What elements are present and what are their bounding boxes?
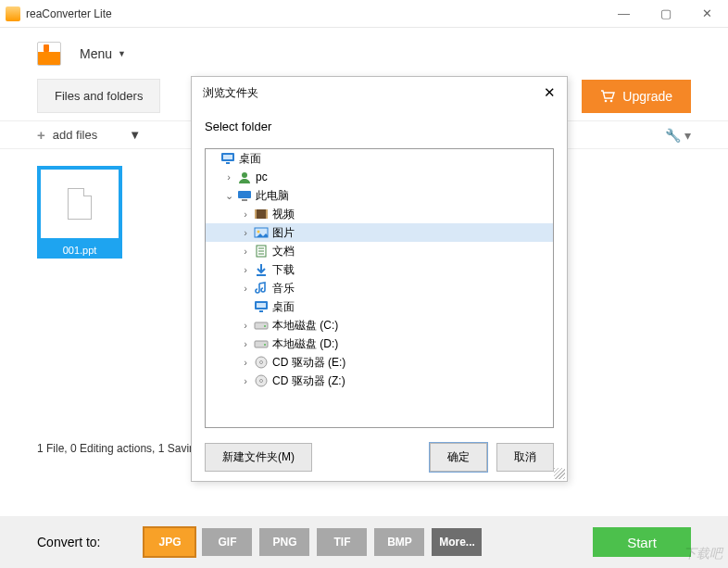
dialog-close-button[interactable]: ✕: [544, 84, 556, 101]
expand-icon[interactable]: ›: [222, 171, 235, 183]
tree-item[interactable]: ›pc: [206, 168, 553, 186]
cd-icon: [254, 374, 269, 387]
pictures-icon: [254, 226, 269, 239]
cancel-button[interactable]: 取消: [496, 443, 554, 472]
desktop-icon: [220, 152, 235, 165]
upgrade-button[interactable]: Upgrade: [582, 80, 691, 113]
tree-item-label: 桌面: [239, 151, 261, 167]
svg-rect-20: [259, 310, 263, 312]
tree-item[interactable]: ›CD 驱动器 (Z:): [206, 372, 553, 390]
chevron-down-icon: ▼: [129, 128, 141, 142]
expand-icon[interactable]: ›: [239, 264, 252, 275]
svg-point-1: [610, 99, 613, 102]
menu-label: Menu: [80, 46, 112, 61]
tree-item-label: 音乐: [272, 281, 295, 297]
tree-item[interactable]: ›文档: [206, 242, 553, 260]
download-icon: [254, 263, 269, 276]
tree-item[interactable]: ›桌面: [206, 297, 553, 316]
upgrade-label: Upgrade: [622, 89, 672, 104]
tree-item[interactable]: ›桌面: [206, 149, 553, 168]
pc-icon: [237, 189, 252, 202]
tree-item-label: 下载: [272, 262, 295, 278]
svg-rect-4: [226, 162, 230, 164]
file-icon: [68, 188, 92, 220]
doc-icon: [254, 245, 269, 258]
expand-icon[interactable]: ›: [239, 208, 252, 220]
svg-rect-6: [238, 191, 251, 198]
svg-rect-21: [255, 322, 268, 329]
expand-icon[interactable]: ›: [239, 338, 252, 349]
ok-button[interactable]: 确定: [430, 443, 487, 472]
wrench-icon: 🔧: [665, 128, 681, 143]
svg-point-0: [605, 99, 608, 102]
tree-item[interactable]: ›本地磁盘 (D:): [206, 334, 553, 353]
expand-icon[interactable]: ›: [239, 246, 252, 257]
tree-item[interactable]: ⌄此电脑: [206, 186, 553, 205]
tree-item-label: 本地磁盘 (C:): [272, 318, 338, 334]
minimize-button[interactable]: —: [603, 0, 645, 28]
tree-item[interactable]: ›视频: [206, 205, 553, 223]
bottom-bar: Convert to: JPG GIF PNG TIF BMP More... …: [0, 516, 728, 568]
svg-point-24: [264, 344, 266, 346]
svg-rect-10: [266, 209, 268, 219]
tree-item[interactable]: ›下载: [206, 260, 553, 279]
format-gif-button[interactable]: GIF: [202, 528, 252, 556]
svg-point-5: [242, 172, 247, 178]
app-logo-icon: [37, 42, 61, 66]
menu-dropdown[interactable]: Menu ▼: [80, 46, 126, 61]
tree-item[interactable]: ›CD 驱动器 (E:): [206, 353, 553, 372]
user-icon: [237, 170, 252, 183]
dialog-title: 浏览文件夹: [203, 85, 258, 101]
close-button[interactable]: ✕: [686, 0, 728, 28]
music-icon: [254, 282, 269, 295]
window-titlebar: reaConverter Lite — ▢ ✕: [0, 0, 728, 28]
tree-item-label: 本地磁盘 (D:): [272, 336, 338, 352]
convert-to-label: Convert to:: [37, 535, 100, 549]
tree-item-label: 桌面: [272, 299, 295, 315]
format-jpg-button[interactable]: JPG: [144, 528, 195, 556]
svg-rect-9: [255, 209, 257, 219]
svg-rect-8: [255, 209, 268, 219]
resize-grip[interactable]: [554, 468, 565, 479]
video-icon: [254, 208, 269, 221]
new-folder-button[interactable]: 新建文件夹(M): [205, 443, 312, 472]
svg-rect-7: [242, 199, 247, 201]
expand-icon[interactable]: ›: [239, 283, 252, 294]
expand-icon[interactable]: ›: [239, 357, 252, 368]
browse-folder-dialog: 浏览文件夹 ✕ Select folder ›桌面›pc⌄此电脑›视频›图片›文…: [191, 76, 568, 482]
desktop-icon: [254, 300, 269, 313]
tree-item-label: 图片: [272, 225, 295, 241]
tree-item[interactable]: ›音乐: [206, 279, 553, 297]
expand-icon[interactable]: ›: [239, 320, 252, 331]
format-tif-button[interactable]: TIF: [317, 528, 367, 556]
start-button[interactable]: Start: [593, 527, 691, 557]
tree-item-label: pc: [256, 170, 268, 183]
files-and-folders-button[interactable]: Files and folders: [37, 79, 160, 113]
expand-icon[interactable]: ›: [239, 227, 252, 238]
tree-item-label: 文档: [272, 244, 295, 259]
tree-item[interactable]: ›本地磁盘 (C:): [206, 316, 553, 334]
chevron-down-icon: ▾: [684, 128, 691, 143]
expand-icon[interactable]: ›: [239, 375, 252, 386]
disk-icon: [254, 319, 269, 332]
add-files-dropdown[interactable]: + add files ▼: [37, 127, 141, 143]
tree-item[interactable]: ›图片: [206, 223, 553, 242]
folder-tree[interactable]: ›桌面›pc⌄此电脑›视频›图片›文档›下载›音乐›桌面›本地磁盘 (C:)›本…: [205, 148, 554, 428]
window-title: reaConverter Lite: [26, 7, 603, 20]
collapse-icon[interactable]: ⌄: [222, 190, 235, 202]
menubar: Menu ▼: [0, 28, 728, 79]
format-bmp-button[interactable]: BMP: [374, 528, 424, 556]
settings-dropdown[interactable]: 🔧 ▾: [665, 128, 691, 143]
tree-item-label: CD 驱动器 (E:): [272, 355, 345, 371]
dialog-button-row: 新建文件夹(M) 确定 取消: [192, 428, 567, 481]
dialog-titlebar: 浏览文件夹 ✕: [192, 77, 567, 108]
maximize-button[interactable]: ▢: [645, 0, 686, 28]
svg-rect-19: [257, 303, 266, 308]
tree-item-label: 视频: [272, 207, 295, 222]
format-more-button[interactable]: More...: [432, 528, 482, 556]
file-thumbnail[interactable]: 001.ppt: [37, 166, 122, 259]
thumbnail-filename: 001.ppt: [37, 242, 122, 259]
svg-rect-23: [255, 341, 268, 347]
format-png-button[interactable]: PNG: [259, 528, 309, 556]
tree-item-label: 此电脑: [256, 188, 289, 204]
